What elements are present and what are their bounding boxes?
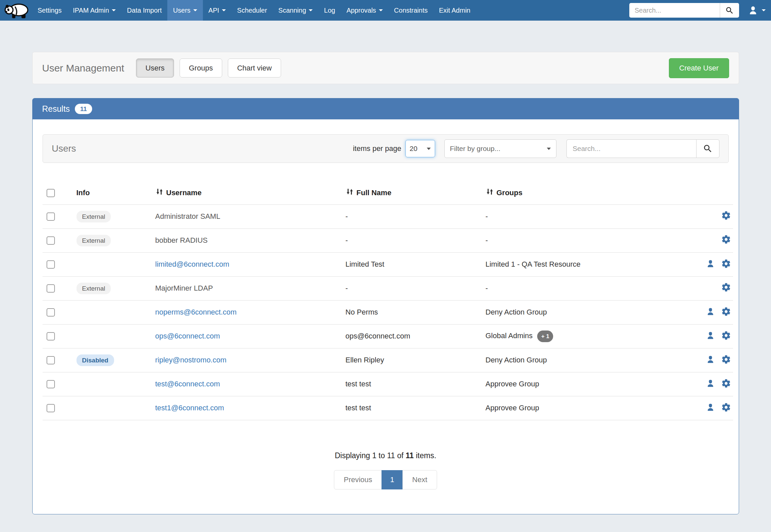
user-icon[interactable] xyxy=(706,331,715,340)
user-icon[interactable] xyxy=(706,307,715,316)
username-link[interactable]: noperms@6connect.com xyxy=(155,308,237,316)
column-header-fullname[interactable]: Full Name xyxy=(345,181,486,204)
sort-icon xyxy=(345,188,354,198)
username-link[interactable]: test1@6connect.com xyxy=(155,404,224,412)
nav-item-users[interactable]: Users xyxy=(167,0,202,21)
full-name-text: test test xyxy=(345,380,371,388)
view-button-users[interactable]: Users xyxy=(136,59,174,77)
navbar-search-input[interactable] xyxy=(629,3,720,18)
pagination-next[interactable]: Next xyxy=(403,470,437,489)
table-row: test@6connect.comtest testApprovee Group xyxy=(43,372,733,396)
row-checkbox[interactable] xyxy=(47,284,55,293)
gear-icon[interactable] xyxy=(721,402,731,412)
nav-item-scheduler[interactable]: Scheduler xyxy=(231,0,273,21)
table-row: limited@6connect.comLimited TestLimited … xyxy=(43,252,733,276)
gear-icon[interactable] xyxy=(721,354,731,364)
username-text: bobber RADIUS xyxy=(155,236,208,244)
nav-item-label: Scanning xyxy=(278,7,306,14)
nav-item-exit-admin[interactable]: Exit Admin xyxy=(434,0,476,21)
nav-item-approvals[interactable]: Approvals xyxy=(341,0,389,21)
results-count-badge: 11 xyxy=(75,104,92,114)
top-navbar: SettingsIPAM AdminData ImportUsersAPISch… xyxy=(0,0,771,21)
filter-placeholder: Filter by group... xyxy=(450,145,501,153)
info-badge-external: External xyxy=(76,211,111,222)
user-icon[interactable] xyxy=(706,259,715,268)
username-text: MajorMiner LDAP xyxy=(155,284,213,292)
view-button-chart-view[interactable]: Chart view xyxy=(228,59,281,77)
panda-logo[interactable] xyxy=(3,0,32,21)
table-row: ops@6connect.comops@6connect.comGlobal A… xyxy=(43,324,733,348)
row-checkbox[interactable] xyxy=(47,380,55,388)
groups-more-badge: + 1 xyxy=(537,331,553,342)
row-checkbox[interactable] xyxy=(47,332,55,340)
column-header-username[interactable]: Username xyxy=(155,181,345,204)
results-header: Results 11 xyxy=(33,98,739,119)
groups-text: Limited 1 - QA Test Resource xyxy=(486,260,581,268)
username-link[interactable]: limited@6connect.com xyxy=(155,260,229,268)
sort-icon xyxy=(155,188,164,198)
full-name-text: - xyxy=(345,212,348,220)
info-badge-external: External xyxy=(76,235,111,246)
items-per-page-select[interactable]: 20 xyxy=(406,140,435,157)
full-name-text: - xyxy=(345,236,348,244)
account-menu[interactable] xyxy=(748,5,766,16)
nav-item-data-import[interactable]: Data Import xyxy=(121,0,167,21)
table-row: Disabledripley@nostromo.comEllen RipleyD… xyxy=(43,348,733,372)
chevron-down-icon xyxy=(379,9,383,11)
nav-item-log[interactable]: Log xyxy=(318,0,340,21)
nav-item-scanning[interactable]: Scanning xyxy=(273,0,318,21)
table-row: Externalbobber RADIUS-- xyxy=(43,228,733,252)
pagination-previous[interactable]: Previous xyxy=(334,470,382,489)
navbar-search-group xyxy=(629,3,739,18)
chevron-down-icon xyxy=(222,9,226,11)
username-link[interactable]: test@6connect.com xyxy=(155,380,220,388)
nav-item-ipam-admin[interactable]: IPAM Admin xyxy=(67,0,121,21)
row-checkbox[interactable] xyxy=(47,404,55,412)
info-badge-disabled: Disabled xyxy=(76,354,114,366)
user-management-panel: User Management UsersGroupsChart view Cr… xyxy=(32,52,739,84)
select-all-checkbox[interactable] xyxy=(47,189,55,197)
gear-icon[interactable] xyxy=(721,282,731,292)
user-icon[interactable] xyxy=(706,379,715,388)
gear-icon[interactable] xyxy=(721,378,731,388)
sort-icon xyxy=(486,188,494,198)
column-header-groups[interactable]: Groups xyxy=(486,181,687,204)
gear-icon[interactable] xyxy=(721,307,731,317)
filter-by-group-select[interactable]: Filter by group... xyxy=(445,139,557,158)
row-checkbox[interactable] xyxy=(47,308,55,317)
gear-icon[interactable] xyxy=(721,210,731,220)
create-user-button[interactable]: Create User xyxy=(669,58,729,78)
nav-item-label: Exit Admin xyxy=(439,7,470,14)
gear-icon[interactable] xyxy=(721,234,731,244)
table-search-input[interactable] xyxy=(567,139,696,158)
gear-icon[interactable] xyxy=(721,331,731,340)
chevron-down-icon xyxy=(309,9,313,11)
row-checkbox[interactable] xyxy=(47,212,55,221)
username-text: Administrator SAML xyxy=(155,212,220,220)
nav-item-label: API xyxy=(208,7,219,14)
view-button-groups[interactable]: Groups xyxy=(180,59,222,77)
users-toolbar: Users items per page 20 Filter by group.… xyxy=(43,134,729,163)
groups-text: - xyxy=(486,212,488,220)
table-search-button[interactable] xyxy=(696,139,719,158)
nav-item-constraints[interactable]: Constraints xyxy=(389,0,434,21)
search-icon xyxy=(703,144,713,154)
row-checkbox[interactable] xyxy=(47,356,55,364)
user-icon[interactable] xyxy=(706,355,715,364)
pagination-page-1[interactable]: 1 xyxy=(381,470,403,489)
username-link[interactable]: ripley@nostromo.com xyxy=(155,356,226,364)
row-checkbox[interactable] xyxy=(47,260,55,269)
info-badge-external: External xyxy=(76,283,111,294)
nav-item-settings[interactable]: Settings xyxy=(32,0,67,21)
gear-icon[interactable] xyxy=(721,259,731,269)
displaying-summary: Displaying 1 to 11 of 11 items. xyxy=(43,451,729,460)
page-title: User Management xyxy=(42,63,124,74)
username-link[interactable]: ops@6connect.com xyxy=(155,332,220,340)
navbar-search-button[interactable] xyxy=(720,3,739,18)
user-icon[interactable] xyxy=(706,403,715,412)
user-account-icon xyxy=(748,5,758,16)
row-checkbox[interactable] xyxy=(47,236,55,245)
pagination: Previous 1 Next xyxy=(43,470,729,489)
search-icon xyxy=(725,6,734,15)
nav-item-api[interactable]: API xyxy=(203,0,231,21)
